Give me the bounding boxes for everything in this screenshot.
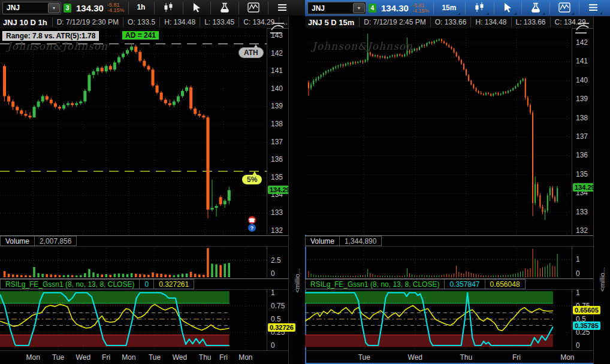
y-axis-label: 0 bbox=[271, 269, 275, 278]
time-axis[interactable]: MonTueWedFriMonTueWedThuFriMon bbox=[0, 350, 288, 364]
rsi-study-label[interactable]: RSILg_FE_Gssn1 (8, no, 13, 8, CLOSE) bbox=[305, 279, 445, 289]
ohlc-field: O: 133.5 bbox=[123, 17, 159, 27]
change-percent: -4.15% bbox=[107, 8, 125, 13]
x-axis-label: Fri bbox=[508, 353, 526, 362]
x-axis-label: Fri bbox=[97, 353, 115, 362]
y-axis-label: 133 bbox=[576, 208, 588, 216]
chart-link-badge[interactable]: 4 bbox=[369, 4, 376, 13]
dropdown-corner bbox=[147, 12, 149, 14]
chart-type-button[interactable] bbox=[470, 1, 490, 16]
five-percent-callout[interactable]: 5% bbox=[242, 175, 262, 184]
ohlc-fields: D: 7/12/19 2:45 PMO: 133.66H: 134.48L: 1… bbox=[359, 17, 590, 27]
toolbar-divider bbox=[433, 2, 434, 14]
y-axis-label: 0 bbox=[271, 341, 275, 350]
symbol-input[interactable]: JNJ ▼ bbox=[307, 2, 366, 14]
dropdown-corner bbox=[487, 13, 489, 15]
y-axis-label: 2.5 bbox=[271, 256, 281, 265]
time-axis[interactable]: TueWedThuFriMon bbox=[305, 350, 593, 364]
candlestick-chart[interactable] bbox=[305, 28, 572, 235]
price-chart-area[interactable]: Johnson&Johnson Range: 7.8 vs. ATR(5):1.… bbox=[0, 28, 267, 235]
rsi-cyan-value: 0.357847 bbox=[445, 279, 485, 289]
price-chart-area[interactable]: Johnson&Johnson bbox=[305, 28, 572, 235]
ohlc-field: D: 7/12/19 2:45 PM bbox=[359, 17, 430, 27]
rsi-chart[interactable] bbox=[0, 289, 267, 350]
y-axis-label: 136 bbox=[271, 155, 283, 163]
x-axis-label: Mon bbox=[120, 353, 138, 362]
x-axis-label: Fri bbox=[215, 353, 232, 362]
x-axis-label: Wed bbox=[171, 353, 189, 362]
toolbar-divider bbox=[494, 2, 494, 14]
dropdown-corner bbox=[458, 13, 460, 15]
x-axis-label: Mon bbox=[237, 353, 255, 362]
rsi-pane-header: RSILg_FE_Gssn1 (8, no, 13, 8, CLOSE) 0.3… bbox=[305, 278, 593, 290]
volume-chart[interactable] bbox=[305, 246, 572, 277]
ohlc-field: L: 133.66 bbox=[511, 17, 550, 27]
symbol-dropdown-button[interactable]: ▼ bbox=[353, 3, 365, 13]
chart-title: JNJ 10 D 1h bbox=[0, 18, 52, 27]
rsi-chart[interactable] bbox=[305, 289, 572, 350]
timeframe-label: 15m bbox=[442, 4, 456, 12]
rsi-yellow-value: 0.327261 bbox=[154, 279, 194, 289]
chart-menu-button[interactable] bbox=[273, 1, 292, 15]
patterns-button[interactable] bbox=[243, 1, 264, 16]
symbol-input[interactable]: JNJ ▼ bbox=[2, 2, 61, 14]
y-axis-label: 0 bbox=[576, 269, 580, 278]
ohlc-header: JNJ 5 D 15m D: 7/12/19 2:45 PMO: 133.66H… bbox=[305, 16, 593, 29]
price-axis[interactable]: 143142141140139138137136135134133132134.… bbox=[267, 28, 289, 235]
candlestick-chart[interactable] bbox=[0, 28, 267, 235]
chart-style-icon[interactable] bbox=[269, 22, 286, 35]
ath-callout[interactable]: ATH bbox=[238, 47, 264, 58]
y-axis-label: 1 bbox=[576, 289, 580, 297]
dropdown-corner bbox=[231, 13, 234, 15]
dropdown-corner bbox=[572, 13, 574, 15]
volume-value: 2,007,856 bbox=[35, 236, 77, 246]
chart-panel-right: JNJ ▼ 4 134.30 -5.81 -4.15% 15m JNJ 5 D … bbox=[305, 0, 610, 364]
chart-type-button[interactable] bbox=[159, 1, 179, 16]
price-change: -5.81 -4.15% bbox=[107, 2, 125, 13]
cursor-tool-button[interactable] bbox=[499, 1, 517, 16]
rsi-study-label[interactable]: RSILg_FE_Gssn1 (8, no, 13, 8, CLOSE) bbox=[0, 279, 140, 289]
rsi-pane-header: RSILg_FE_Gssn1 (8, no, 13, 8, CLOSE) 0 0… bbox=[0, 278, 288, 290]
studies-button[interactable] bbox=[215, 1, 234, 16]
chart-toolbar: JNJ ▼ 3 134.30 -5.81 -4.15% 1h bbox=[0, 0, 305, 16]
volume-unit-label: <millio... bbox=[599, 267, 606, 292]
y-axis-label: 142 bbox=[576, 38, 588, 47]
patterns-button[interactable] bbox=[554, 1, 575, 16]
help-icon[interactable]: ? bbox=[248, 224, 256, 232]
alert-icon[interactable]: ☎ bbox=[248, 216, 256, 224]
studies-button[interactable] bbox=[526, 1, 545, 16]
rsi-axis[interactable]: 10.750.50.2500.32726 bbox=[267, 289, 289, 350]
toolbar-divider bbox=[183, 2, 183, 14]
last-price: 134.30 bbox=[76, 3, 104, 13]
y-axis-label: 137 bbox=[576, 132, 588, 141]
toolbar-divider bbox=[549, 2, 550, 14]
cursor-tool-button[interactable] bbox=[188, 1, 206, 16]
y-axis-label: 140 bbox=[576, 76, 588, 84]
rsi-axis[interactable]: 10.750.50.2500.656050.35785 bbox=[572, 289, 594, 350]
toolbar-divider bbox=[210, 2, 211, 14]
ohlc-field: H: 134.48 bbox=[470, 17, 511, 27]
volume-chart[interactable] bbox=[0, 246, 267, 277]
symbol-dropdown-button[interactable]: ▼ bbox=[48, 3, 60, 13]
volume-axis[interactable]: 2.50 bbox=[267, 246, 289, 277]
rsi-cyan-value: 0 bbox=[140, 279, 154, 289]
timeframe-button[interactable]: 1h bbox=[133, 1, 150, 15]
volume-axis[interactable]: 10 bbox=[572, 246, 594, 277]
y-axis-label: 0.75 bbox=[271, 302, 285, 310]
x-axis-label: Tue bbox=[146, 353, 164, 362]
volume-label[interactable]: Volume bbox=[305, 236, 340, 246]
flask-icon bbox=[530, 2, 541, 13]
toolbar-divider bbox=[154, 2, 155, 14]
chart-title: JNJ 5 D 15m bbox=[305, 18, 359, 27]
price-axis[interactable]: 142141140139138137136135134133132134.29 bbox=[572, 28, 594, 235]
chart-style-icon[interactable] bbox=[574, 22, 591, 35]
x-axis-label: Wed bbox=[406, 353, 424, 362]
chart-menu-button[interactable] bbox=[584, 1, 603, 15]
ohlc-field: H: 134.48 bbox=[159, 17, 200, 27]
timeframe-button[interactable]: 15m bbox=[438, 1, 461, 16]
y-axis-label: 1 bbox=[271, 289, 275, 297]
volume-label[interactable]: Volume bbox=[0, 236, 35, 246]
dropdown-corner bbox=[176, 13, 178, 15]
chart-link-badge[interactable]: 3 bbox=[64, 4, 71, 13]
watermark: Johnson&Johnson bbox=[312, 40, 413, 52]
